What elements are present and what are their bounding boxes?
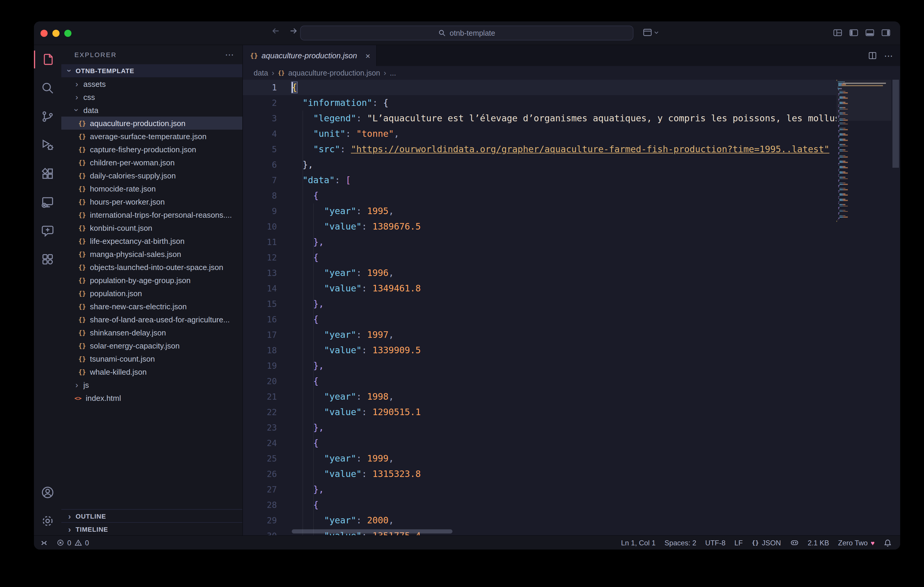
file-row[interactable]: {}objects-launched-into-outer-space.json: [61, 260, 242, 274]
code-line[interactable]: 16 {: [243, 312, 837, 327]
extensions-icon[interactable]: [34, 159, 61, 188]
folder-row[interactable]: ›data: [61, 104, 242, 117]
settings-gear-icon[interactable]: [34, 507, 61, 535]
file-row[interactable]: {}daily-calories-supply.json: [61, 169, 242, 182]
file-row[interactable]: {}capture-fishery-production.json: [61, 143, 242, 156]
close-window-button[interactable]: [41, 30, 48, 37]
code-line[interactable]: 6 },: [243, 157, 837, 173]
folder-row[interactable]: ›js: [61, 378, 242, 391]
toggle-panel-icon[interactable]: [865, 28, 874, 38]
code-line[interactable]: 25 "year": 1999,: [243, 451, 837, 466]
code-line[interactable]: 17 "year": 1997,: [243, 327, 837, 342]
chat-icon[interactable]: [34, 217, 61, 245]
status-theme[interactable]: Zero Two ♥: [838, 539, 874, 547]
file-row[interactable]: {}homocide-rate.json: [61, 182, 242, 195]
editor-more-actions-icon[interactable]: ⋯: [884, 50, 893, 61]
status-indentation[interactable]: Spaces: 2: [665, 539, 696, 547]
status-eol[interactable]: LF: [734, 539, 743, 547]
code-line[interactable]: 4 "unit": "tonne",: [243, 126, 837, 141]
file-row[interactable]: {}children-per-woman.json: [61, 156, 242, 169]
file-row[interactable]: {}manga-physical-sales.json: [61, 247, 242, 260]
horizontal-scrollbar-thumb[interactable]: [292, 529, 452, 533]
code-line[interactable]: 27 },: [243, 482, 837, 497]
code-line[interactable]: 29 "year": 2000,: [243, 513, 837, 528]
file-row[interactable]: {}aquaculture-production.json: [61, 117, 242, 130]
timeline-section-header[interactable]: › TIMELINE: [61, 522, 242, 535]
toggle-secondary-sidebar-icon[interactable]: [881, 28, 891, 38]
status-encoding[interactable]: UTF-8: [705, 539, 726, 547]
code-line[interactable]: 24 {: [243, 435, 837, 451]
code-line[interactable]: 12 {: [243, 250, 837, 265]
folder-row[interactable]: ›assets: [61, 77, 242, 90]
file-row[interactable]: {}international-trips-for-personal-reaso…: [61, 208, 242, 221]
file-row[interactable]: {}population.json: [61, 287, 242, 300]
status-language-mode[interactable]: {} JSON: [752, 539, 781, 547]
notifications-bell-icon[interactable]: [883, 539, 892, 547]
file-row[interactable]: {}share-of-land-area-used-for-agricultur…: [61, 313, 242, 326]
vertical-scrollbar[interactable]: [891, 80, 900, 535]
file-row[interactable]: {}life-expectancy-at-birth.json: [61, 234, 242, 247]
copilot-icon[interactable]: [790, 538, 799, 547]
file-row[interactable]: {}shinkansen-delay.json: [61, 326, 242, 339]
apps-icon[interactable]: [34, 245, 61, 274]
code-line[interactable]: 7 "data": [: [243, 173, 837, 188]
minimap[interactable]: [837, 80, 891, 535]
code-line[interactable]: 23 },: [243, 420, 837, 435]
problems-indicator[interactable]: 0 0: [56, 539, 89, 547]
file-row[interactable]: <>index.html: [61, 391, 242, 404]
code-line[interactable]: 8 {: [243, 188, 837, 203]
navigate-back-icon[interactable]: [271, 26, 280, 36]
code-line[interactable]: 5 "src": "https://ourworldindata.org/gra…: [243, 141, 837, 157]
file-row[interactable]: {}average-surface-temperature.json: [61, 130, 242, 143]
breadcrumb-folder[interactable]: data: [254, 69, 268, 77]
command-center-search[interactable]: otnb-template: [300, 26, 634, 40]
file-row[interactable]: {}whale-killed.json: [61, 365, 242, 378]
code-line[interactable]: 2 "information": {: [243, 95, 837, 111]
code-line[interactable]: 26 "value": 1315323.8: [243, 466, 837, 482]
file-row[interactable]: {}tsunami-count.json: [61, 352, 242, 365]
toggle-primary-sidebar-icon[interactable]: [849, 28, 858, 38]
minimize-window-button[interactable]: [53, 30, 59, 37]
code-line[interactable]: 11 },: [243, 234, 837, 250]
project-root-row[interactable]: › OTNB-TEMPLATE: [61, 64, 242, 77]
new-window-dropdown-icon[interactable]: [642, 27, 659, 38]
outline-section-header[interactable]: › OUTLINE: [61, 509, 242, 522]
explorer-icon[interactable]: [34, 45, 61, 74]
status-line-col[interactable]: Ln 1, Col 1: [621, 539, 655, 547]
code-line[interactable]: 19 },: [243, 358, 837, 373]
account-icon[interactable]: [34, 478, 61, 507]
code-line[interactable]: 3 "legend": "L’aquaculture est l’élevage…: [243, 111, 837, 126]
remote-indicator-icon[interactable]: [40, 539, 48, 547]
breadcrumb-file[interactable]: aquaculture-production.json: [288, 69, 380, 77]
code-line[interactable]: 1{: [243, 80, 837, 95]
code-line[interactable]: 21 "year": 1998,: [243, 389, 837, 404]
status-file-size[interactable]: 2.1 KB: [808, 539, 829, 547]
code-line[interactable]: 20 {: [243, 373, 837, 389]
file-row[interactable]: {}share-new-cars-electric.json: [61, 300, 242, 313]
folder-row[interactable]: ›css: [61, 90, 242, 104]
code-line[interactable]: 22 "value": 1290515.1: [243, 404, 837, 420]
file-row[interactable]: {}population-by-age-group.json: [61, 274, 242, 287]
code-line[interactable]: 9 "year": 1995,: [243, 203, 837, 219]
code-line[interactable]: 10 "value": 1389676.5: [243, 219, 837, 234]
code-line[interactable]: 18 "value": 1339909.5: [243, 342, 837, 358]
file-row[interactable]: {}solar-energy-capacity.json: [61, 339, 242, 352]
source-control-icon[interactable]: [34, 102, 61, 131]
zoom-window-button[interactable]: [64, 30, 71, 37]
close-tab-icon[interactable]: ×: [365, 51, 370, 60]
split-editor-icon[interactable]: [868, 51, 877, 60]
tab-aquaculture-production[interactable]: {} aquaculture-production.json ×: [243, 45, 377, 66]
explorer-actions-button[interactable]: ⋯: [225, 49, 234, 60]
customize-layout-icon[interactable]: [833, 28, 842, 38]
run-and-debug-icon[interactable]: [34, 131, 61, 159]
code-editor[interactable]: 1{2 "information": {3 "legend": "L’aquac…: [243, 80, 900, 535]
code-line[interactable]: 14 "value": 1349461.8: [243, 281, 837, 296]
file-row[interactable]: {}hours-per-worker.json: [61, 195, 242, 208]
navigate-forward-icon[interactable]: [289, 26, 298, 36]
code-line[interactable]: 28 {: [243, 497, 837, 513]
vertical-scrollbar-thumb[interactable]: [893, 80, 899, 168]
breadcrumb-symbol-more[interactable]: ...: [390, 69, 396, 77]
file-row[interactable]: {}konbini-count.json: [61, 221, 242, 234]
remote-explorer-icon[interactable]: [34, 188, 61, 217]
search-sidebar-icon[interactable]: [34, 74, 61, 102]
